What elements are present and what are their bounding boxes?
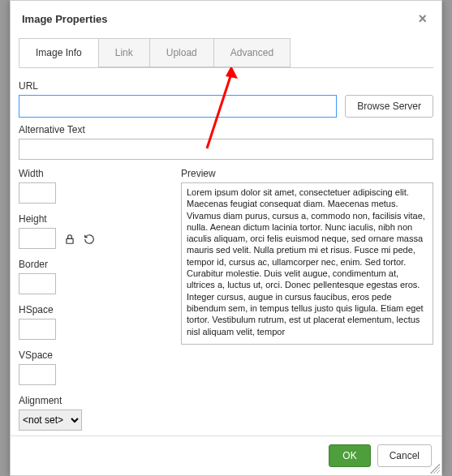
height-input[interactable]	[19, 228, 56, 249]
dialog-footer: OK Cancel	[11, 435, 441, 475]
width-label: Width	[19, 168, 165, 179]
preview-box[interactable]: Lorem ipsum dolor sit amet, consectetuer…	[181, 182, 433, 345]
close-icon[interactable]: ×	[415, 9, 430, 29]
border-input[interactable]	[19, 273, 56, 294]
alt-text-input[interactable]	[19, 139, 433, 160]
vspace-label: VSpace	[19, 349, 165, 361]
resize-handle-icon[interactable]	[430, 464, 440, 474]
tab-advanced[interactable]: Advanced	[213, 38, 291, 67]
lock-ratio-icon[interactable]	[64, 232, 75, 245]
preview-label: Preview	[181, 168, 433, 179]
tab-bar: Image Info Link Upload Advanced	[19, 38, 433, 68]
cancel-button[interactable]: Cancel	[377, 444, 432, 467]
url-input[interactable]	[19, 95, 337, 118]
hspace-input[interactable]	[19, 319, 56, 340]
reset-size-icon[interactable]	[84, 232, 95, 245]
url-label: URL	[19, 80, 433, 92]
border-label: Border	[19, 259, 165, 270]
dialog-content: URL Browse Server Alternative Text Width…	[11, 67, 441, 435]
tab-upload[interactable]: Upload	[149, 38, 214, 67]
image-properties-dialog: Image Properties × Image Info Link Uploa…	[10, 0, 442, 476]
height-label: Height	[19, 213, 165, 225]
alignment-select[interactable]: <not set>	[19, 410, 82, 431]
tab-link[interactable]: Link	[98, 38, 150, 67]
dialog-titlebar: Image Properties ×	[11, 1, 441, 37]
svg-rect-0	[67, 239, 73, 244]
dialog-title: Image Properties	[22, 13, 108, 25]
vspace-input[interactable]	[19, 364, 56, 385]
browse-server-button[interactable]: Browse Server	[345, 95, 433, 118]
tab-image-info[interactable]: Image Info	[19, 38, 99, 67]
width-input[interactable]	[19, 182, 56, 204]
alignment-label: Alignment	[19, 395, 165, 406]
alt-text-label: Alternative Text	[19, 124, 433, 135]
ok-button[interactable]: OK	[329, 444, 370, 467]
hspace-label: HSpace	[19, 304, 165, 315]
svg-marker-2	[226, 67, 238, 79]
